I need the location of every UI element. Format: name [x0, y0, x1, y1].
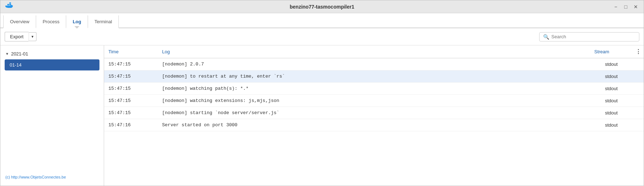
search-box: 🔍: [539, 32, 639, 41]
svg-rect-5: [9, 2, 11, 4]
row-stream: stdout: [601, 59, 644, 69]
row-stream: stdout: [601, 96, 644, 106]
close-button[interactable]: ✕: [632, 3, 639, 10]
search-input[interactable]: [551, 34, 635, 39]
row-time: 15:47:15: [104, 108, 158, 118]
title-bar: benzino77-tasmocompiler1 − □ ✕: [0, 0, 644, 13]
row-stream: stdout: [601, 108, 644, 118]
tab-bar: Overview Process Log Terminal: [0, 13, 644, 28]
export-button[interactable]: Export: [5, 32, 29, 41]
svg-rect-3: [8, 4, 9, 5]
tab-terminal[interactable]: Terminal: [88, 15, 119, 28]
row-time: 15:47:15: [104, 72, 158, 81]
tab-log[interactable]: Log: [66, 15, 88, 28]
tab-process[interactable]: Process: [36, 15, 66, 28]
row-time: 15:47:15: [104, 59, 158, 69]
log-rows-container: 15:47:15 [nodemon] 2.0.7 stdout 15:47:15…: [104, 58, 644, 186]
tab-overview[interactable]: Overview: [3, 15, 36, 28]
col-header-time: Time: [104, 49, 158, 54]
row-time: 15:47:15: [104, 96, 158, 106]
row-log: [nodemon] watching path(s): *.*: [158, 84, 601, 93]
row-log: [nodemon] 2.0.7: [158, 59, 601, 69]
export-dropdown-button[interactable]: ▾: [29, 32, 36, 41]
minimize-button[interactable]: −: [612, 3, 619, 10]
col-header-log: Log: [158, 49, 590, 54]
row-stream: stdout: [601, 72, 644, 81]
row-log: [nodemon] watching extensions: js,mjs,js…: [158, 96, 601, 106]
search-icon: 🔍: [543, 34, 549, 40]
sidebar: ▼ 2021-01 01-14 (c) http://www.ObjetsCon…: [0, 45, 104, 186]
row-stream: stdout: [601, 84, 644, 93]
maximize-button[interactable]: □: [622, 3, 629, 10]
toolbar: Export ▾ 🔍: [0, 28, 644, 45]
col-header-stream: Stream: [590, 49, 633, 54]
column-menu-button[interactable]: ⋮: [633, 48, 644, 55]
date-group-label: 2021-01: [11, 51, 28, 57]
menu-dots-icon: ⋮: [635, 48, 641, 55]
table-row: 15:47:15 [nodemon] to restart at any tim…: [104, 70, 644, 83]
row-log: Server started on port 3000: [158, 120, 601, 130]
export-group: Export ▾: [5, 32, 36, 41]
app-window: benzino77-tasmocompiler1 − □ ✕ Overview …: [0, 0, 644, 186]
collapse-arrow-icon: ▼: [5, 52, 9, 56]
table-row: 15:47:15 [nodemon] 2.0.7 stdout: [104, 58, 644, 70]
svg-point-6: [7, 8, 8, 8]
row-time: 15:47:16: [104, 120, 158, 130]
date-item-01-14[interactable]: 01-14: [5, 59, 99, 70]
copyright-text: (c) http://www.ObjetsConnectes.be: [0, 172, 104, 182]
row-log: [nodemon] starting `node server/server.j…: [158, 108, 601, 118]
table-row: 15:47:15 [nodemon] watching extensions: …: [104, 95, 644, 107]
row-log: [nodemon] to restart at any time, enter …: [158, 72, 601, 81]
date-group-header[interactable]: ▼ 2021-01: [0, 49, 104, 59]
log-table-header: Time Log Stream ⋮: [104, 45, 644, 58]
table-row: 15:47:15 [nodemon] starting `node server…: [104, 107, 644, 119]
docker-logo: [5, 2, 15, 11]
window-controls: − □ ✕: [612, 3, 639, 10]
table-row: 15:47:16 Server started on port 3000 std…: [104, 119, 644, 131]
row-time: 15:47:15: [104, 84, 158, 93]
window-title: benzino77-tasmocompiler1: [290, 4, 355, 10]
row-stream: stdout: [601, 120, 644, 130]
main-content: ▼ 2021-01 01-14 (c) http://www.ObjetsCon…: [0, 45, 644, 186]
log-area: Time Log Stream ⋮ 15:47:15 [nodemon] 2.0…: [104, 45, 644, 186]
table-row: 15:47:15 [nodemon] watching path(s): *.*…: [104, 83, 644, 95]
